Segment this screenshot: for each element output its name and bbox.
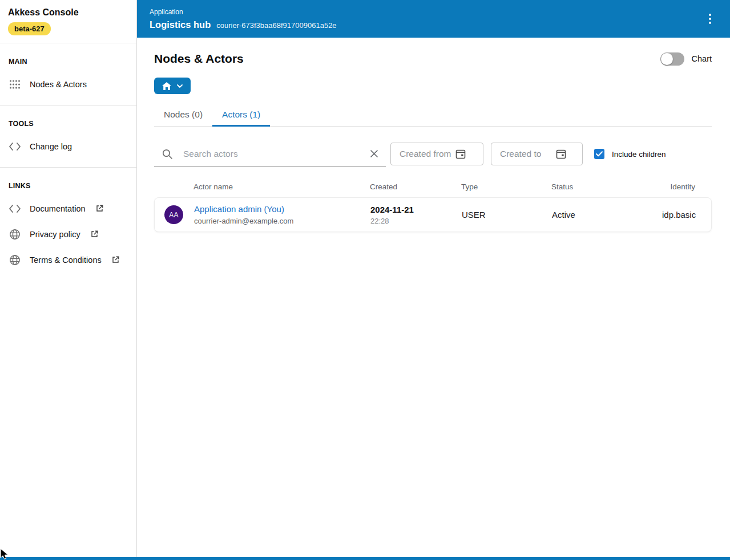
header-kicker: Application [150, 8, 699, 16]
sidebar-item-documentation[interactable]: Documentation [0, 196, 136, 221]
sidebar-section-label: TOOLS [0, 113, 136, 133]
include-children-control: Include children [594, 149, 666, 159]
checkmark-icon [596, 151, 603, 157]
sidebar: Akkess Console beta-627 MAIN Nodes & Act… [0, 0, 137, 560]
created-date: 2024-11-21 [370, 205, 462, 214]
calendar-icon[interactable] [455, 149, 466, 159]
tab-bar: Nodes (0) Actors (1) [154, 103, 712, 127]
page-title: Nodes & Actors [154, 52, 244, 66]
actor-identity: idp.basic [662, 210, 711, 220]
root-node-dropdown-button[interactable] [154, 78, 191, 94]
mouse-cursor [0, 548, 10, 560]
actor-type: USER [462, 210, 552, 220]
sidebar-section-main: MAIN Nodes & Actors [0, 43, 136, 105]
clear-search-icon[interactable] [370, 149, 378, 158]
sidebar-section-label: LINKS [0, 175, 136, 196]
created-to-field [491, 143, 583, 165]
external-link-icon [112, 256, 119, 263]
external-link-icon [91, 230, 98, 238]
sidebar-item-label: Change log [30, 142, 72, 151]
home-icon [162, 82, 171, 90]
sidebar-item-terms-conditions[interactable]: Terms & Conditions [0, 247, 136, 273]
search-input[interactable] [182, 148, 366, 160]
app-title: Akkess Console [8, 7, 128, 18]
sidebar-item-label: Nodes & Actors [30, 80, 87, 89]
tab-actors[interactable]: Actors (1) [212, 103, 270, 126]
actor-name-link[interactable]: Application admin (You) [194, 204, 284, 214]
created-from-input[interactable] [398, 148, 453, 160]
chevron-down-icon [177, 84, 183, 88]
chart-toggle-knob [661, 53, 673, 65]
sidebar-item-label: Terms & Conditions [30, 255, 102, 265]
globe-icon [9, 254, 21, 266]
table-row: AA Application admin (You) courrier-admi… [154, 197, 712, 232]
column-header-actor-name: Actor name [193, 182, 370, 191]
include-children-label: Include children [612, 150, 666, 159]
search-field [154, 141, 386, 167]
globe-icon [9, 228, 21, 240]
sidebar-section-links: LINKS Documentation Privacy polic [0, 168, 136, 281]
table-header-row: Actor name Created Type Status Identity [154, 177, 712, 196]
sidebar-item-change-log[interactable]: Change log [0, 133, 136, 159]
application-header: Application Logistics hub courier-673f3b… [137, 0, 730, 38]
column-header-type: Type [461, 182, 551, 191]
sidebar-item-nodes-actors[interactable]: Nodes & Actors [0, 71, 136, 97]
tab-nodes[interactable]: Nodes (0) [154, 103, 212, 126]
bottom-window-edge [0, 557, 730, 560]
sidebar-item-privacy-policy[interactable]: Privacy policy [0, 221, 136, 247]
chart-toggle[interactable] [660, 52, 684, 66]
main-area: Application Logistics hub courier-673f3b… [137, 0, 730, 560]
external-link-icon [96, 205, 103, 212]
code-icon [9, 202, 21, 214]
actor-email: courrier-admin@example.com [194, 217, 370, 225]
column-header-status: Status [551, 182, 662, 191]
application-id: courier-673f3baa68f917009061a52e [216, 21, 336, 30]
search-icon [162, 149, 172, 159]
sidebar-item-label: Documentation [30, 204, 86, 213]
application-name: Logistics hub [150, 19, 211, 30]
actor-status: Active [552, 210, 662, 220]
created-from-field [390, 143, 483, 165]
sidebar-section-tools: TOOLS Change log [0, 105, 136, 168]
created-to-input[interactable] [499, 148, 554, 160]
calendar-icon[interactable] [556, 149, 566, 159]
grid-icon [9, 78, 21, 90]
sidebar-item-label: Privacy policy [30, 230, 80, 239]
kebab-menu-button[interactable] [699, 8, 721, 30]
page-content: Nodes & Actors Chart Nodes (0) [137, 38, 730, 560]
header-text: Application Logistics hub courier-673f3b… [150, 8, 699, 30]
avatar: AA [164, 205, 183, 224]
column-header-identity: Identity [662, 182, 712, 191]
chart-toggle-label: Chart [692, 54, 712, 63]
column-header-created: Created [370, 182, 461, 191]
include-children-checkbox[interactable] [594, 149, 604, 159]
filter-bar: Include children [154, 141, 712, 167]
created-time: 22:28 [370, 217, 462, 225]
version-badge: beta-627 [8, 22, 51, 35]
sidebar-section-label: MAIN [0, 51, 136, 71]
sidebar-header: Akkess Console beta-627 [0, 0, 136, 43]
code-icon [9, 140, 21, 152]
